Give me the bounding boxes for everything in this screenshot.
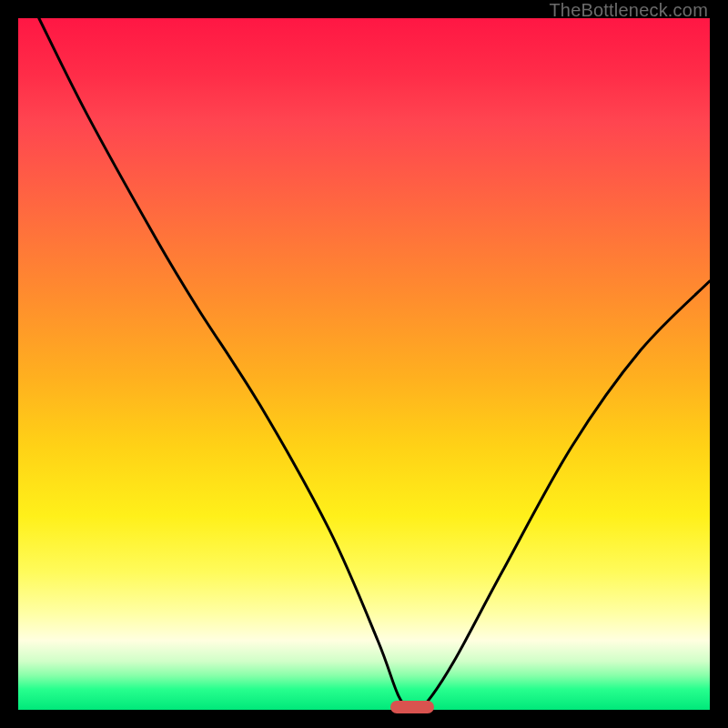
chart-frame [18,18,710,710]
optimum-marker [390,701,434,713]
watermark-text: TheBottleneck.com [549,0,708,21]
bottleneck-curve [18,18,710,710]
